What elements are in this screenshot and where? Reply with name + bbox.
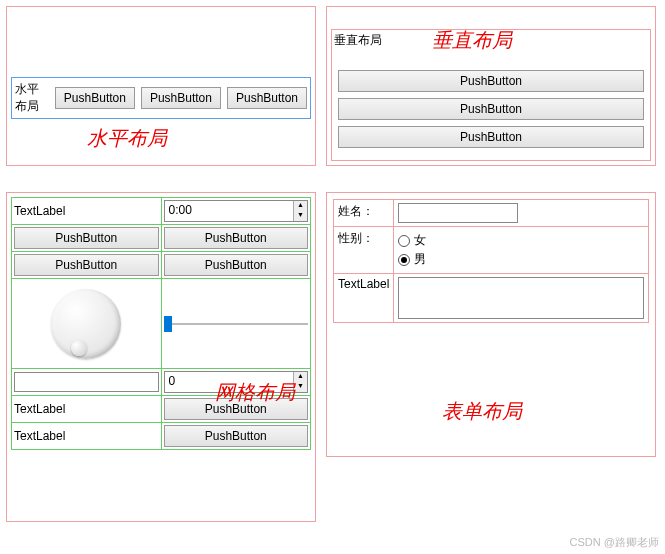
grid-button-3[interactable]: PushButton bbox=[14, 254, 159, 276]
grid-textlabel-1: TextLabel bbox=[14, 204, 65, 218]
vbox-container: 垂直布局 PushButton PushButton PushButton bbox=[331, 29, 651, 161]
form-table: 姓名： 性别： 女 男 TextLabel bbox=[333, 199, 649, 323]
vbox-label: 垂直布局 bbox=[334, 32, 382, 49]
hbox-button-3[interactable]: PushButton bbox=[227, 87, 307, 109]
hbox-container: 水平布局 PushButton PushButton PushButton bbox=[11, 77, 311, 119]
grid-button-2[interactable]: PushButton bbox=[164, 227, 309, 249]
hbox-button-2[interactable]: PushButton bbox=[141, 87, 221, 109]
horizontal-layout-panel: 水平布局 PushButton PushButton PushButton 水平… bbox=[6, 6, 316, 166]
gender-label: 性别： bbox=[338, 231, 374, 245]
name-input[interactable] bbox=[398, 203, 518, 223]
radio-male[interactable] bbox=[398, 254, 410, 266]
grid-button-6[interactable]: PushButton bbox=[164, 425, 309, 447]
grid-button-5[interactable]: PushButton bbox=[164, 398, 309, 420]
spin-up-icon[interactable]: ▲ bbox=[294, 372, 307, 382]
form-annotation: 表单布局 bbox=[442, 398, 522, 425]
spinbox[interactable]: 0 ▲▼ bbox=[164, 371, 309, 393]
vbox-button-2[interactable]: PushButton bbox=[338, 98, 644, 120]
slider-widget[interactable] bbox=[164, 314, 309, 334]
radio-female-label: 女 bbox=[414, 232, 426, 249]
dial-widget[interactable] bbox=[51, 289, 121, 359]
slider-track bbox=[164, 323, 309, 325]
grid-button-4[interactable]: PushButton bbox=[164, 254, 309, 276]
spin-down-icon[interactable]: ▼ bbox=[294, 382, 307, 392]
spinbox-value: 0 bbox=[165, 372, 294, 392]
grid-layout-panel: TextLabel 0:00 ▲▼ PushButton PushButton … bbox=[6, 192, 316, 522]
grid-button-1[interactable]: PushButton bbox=[14, 227, 159, 249]
hbox-annotation: 水平布局 bbox=[87, 125, 167, 152]
vertical-layout-panel: 垂直布局 PushButton PushButton PushButton 垂直… bbox=[326, 6, 656, 166]
name-label: 姓名： bbox=[338, 204, 374, 218]
grid-textlabel-3: TextLabel bbox=[14, 429, 65, 443]
form-textarea[interactable] bbox=[398, 277, 644, 319]
radio-male-label: 男 bbox=[414, 251, 426, 268]
grid-table: TextLabel 0:00 ▲▼ PushButton PushButton … bbox=[11, 197, 311, 450]
form-textlabel: TextLabel bbox=[338, 277, 389, 291]
vbox-button-1[interactable]: PushButton bbox=[338, 70, 644, 92]
radio-female[interactable] bbox=[398, 235, 410, 247]
grid-textlabel-2: TextLabel bbox=[14, 402, 65, 416]
vbox-button-3[interactable]: PushButton bbox=[338, 126, 644, 148]
radio-female-wrap[interactable]: 女 bbox=[398, 232, 644, 249]
slider-thumb[interactable] bbox=[164, 316, 172, 332]
time-edit-value: 0:00 bbox=[165, 201, 294, 221]
hbox-button-1[interactable]: PushButton bbox=[55, 87, 135, 109]
time-edit[interactable]: 0:00 ▲▼ bbox=[164, 200, 309, 222]
grid-lineedit[interactable] bbox=[14, 372, 159, 392]
form-layout-panel: 姓名： 性别： 女 男 TextLabel 表单布局 bbox=[326, 192, 656, 457]
hbox-label: 水平布局 bbox=[15, 81, 49, 115]
time-up-icon[interactable]: ▲ bbox=[294, 201, 307, 211]
watermark: CSDN @路卿老师 bbox=[570, 535, 659, 550]
radio-male-wrap[interactable]: 男 bbox=[398, 251, 644, 268]
time-down-icon[interactable]: ▼ bbox=[294, 211, 307, 221]
